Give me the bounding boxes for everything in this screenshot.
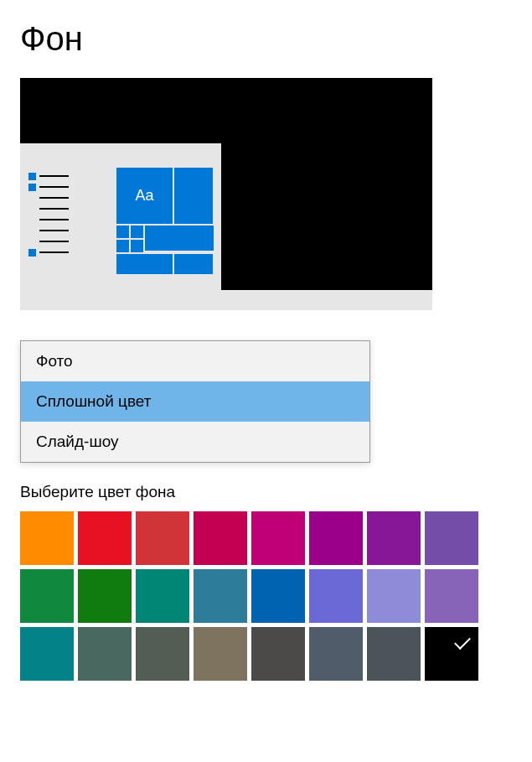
dropdown-option-slideshow[interactable]: Слайд-шоу <box>21 422 369 462</box>
color-swatch[interactable] <box>367 511 421 565</box>
color-swatch[interactable] <box>194 627 247 681</box>
color-swatch[interactable] <box>78 511 132 565</box>
color-swatch[interactable] <box>78 627 132 681</box>
color-swatch[interactable] <box>136 569 189 623</box>
color-swatch[interactable] <box>78 569 132 623</box>
preview-tile <box>145 225 214 251</box>
color-swatch[interactable] <box>425 511 478 565</box>
preview-start-menu: Aa <box>20 143 221 310</box>
color-swatch[interactable] <box>194 511 247 565</box>
background-type-dropdown[interactable]: Фото Сплошной цвет Слайд-шоу <box>20 340 370 463</box>
preview-tile <box>116 240 129 252</box>
preview-tile <box>116 225 129 238</box>
color-swatch[interactable] <box>309 627 363 681</box>
color-swatch[interactable] <box>20 569 74 623</box>
background-preview: Aa <box>20 78 432 310</box>
preview-tile-sample: Aa <box>116 168 173 224</box>
dropdown-option-solid-color[interactable]: Сплошной цвет <box>21 381 369 422</box>
color-swatch[interactable] <box>20 511 74 565</box>
color-swatch[interactable] <box>20 627 74 681</box>
color-swatch[interactable] <box>367 627 421 681</box>
page-title: Фон <box>20 20 512 58</box>
color-swatch[interactable] <box>425 569 478 623</box>
preview-tile <box>116 254 173 274</box>
preview-tile <box>131 240 143 252</box>
preview-tile <box>174 254 213 274</box>
preview-tiles: Aa <box>116 168 214 276</box>
color-swatch[interactable] <box>309 569 363 623</box>
preview-tile <box>174 168 213 224</box>
color-swatch[interactable] <box>194 569 247 623</box>
color-swatch[interactable] <box>367 569 421 623</box>
preview-menu-items <box>28 175 69 262</box>
color-swatch[interactable] <box>136 511 189 565</box>
color-swatch[interactable] <box>425 627 478 681</box>
color-swatch[interactable] <box>136 627 189 681</box>
color-swatch[interactable] <box>251 511 305 565</box>
color-grid <box>20 511 489 681</box>
preview-tile <box>131 225 143 238</box>
color-swatch[interactable] <box>251 569 305 623</box>
dropdown-option-photo[interactable]: Фото <box>21 341 369 381</box>
color-swatch[interactable] <box>251 627 305 681</box>
color-swatch[interactable] <box>309 511 363 565</box>
color-section-label: Выберите цвет фона <box>20 483 512 501</box>
